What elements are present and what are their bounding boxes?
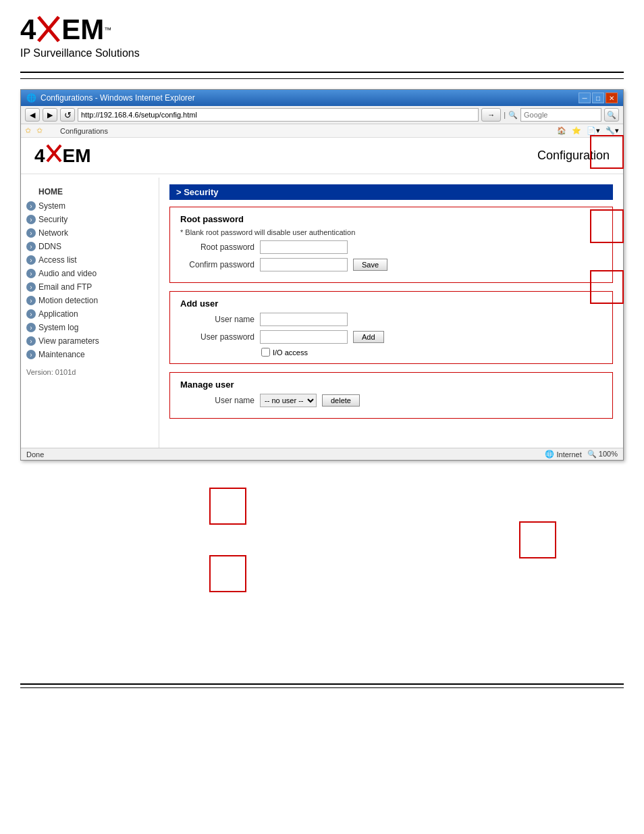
favorites-menu-icon[interactable]: ⭐: [572, 126, 581, 135]
home-icon[interactable]: 🏠: [557, 126, 566, 135]
address-bar: ◀ ▶ ↺ → | 🔍 🔍: [21, 106, 623, 124]
minimize-button[interactable]: ─: [579, 93, 591, 103]
sidebar-item-motion-detection[interactable]: Motion detection: [21, 294, 159, 307]
banner-logo-em: EM: [63, 145, 91, 167]
sidebar-item-network[interactable]: Network: [21, 226, 159, 240]
highlight-box-3: [590, 270, 624, 304]
forward-button[interactable]: ▶: [43, 108, 57, 122]
sidebar-item-access-list[interactable]: Access list: [21, 253, 159, 267]
manage-user-title: Manage user: [180, 380, 602, 390]
logo-number: 4: [20, 16, 36, 44]
sidebar-home[interactable]: HOME: [21, 184, 159, 199]
logo-subtitle: IP Surveillance Solutions: [20, 47, 624, 59]
configurations-tab[interactable]: Configurations: [60, 127, 108, 135]
security-header: > Security: [169, 184, 613, 200]
io-access-row: I/O access: [261, 348, 602, 357]
user-password-input[interactable]: [260, 330, 348, 344]
sidebar-label-network: Network: [38, 228, 68, 238]
ddns-icon: [26, 242, 36, 251]
header-divider-1: [20, 72, 624, 73]
username-label: User name: [180, 315, 254, 324]
logo-em: EM: [61, 14, 104, 46]
banner-logo-x: [45, 143, 63, 168]
root-password-section: Root password * Blank root password will…: [169, 207, 613, 283]
tools-icon[interactable]: 🔧▾: [606, 126, 619, 135]
internet-indicator: 🌐 Internet: [545, 450, 581, 459]
root-password-row: Root password: [180, 240, 602, 254]
search-button[interactable]: 🔍: [604, 108, 619, 122]
outside-content: [0, 467, 644, 670]
system-log-icon: [26, 323, 36, 332]
maximize-button[interactable]: □: [592, 93, 604, 103]
add-button[interactable]: Add: [353, 331, 384, 343]
header-divider-2: [20, 78, 624, 79]
page-menu-icon[interactable]: 📄▾: [587, 126, 600, 135]
outside-red-box-2: [519, 521, 556, 558]
page-layout: HOME System Security Network DDNS: [21, 178, 623, 448]
network-icon: [26, 228, 36, 238]
footer-divider-2: [20, 687, 624, 688]
main-content: > Security Root password * Blank root pa…: [159, 178, 623, 448]
manage-user-select[interactable]: -- no user --: [260, 394, 317, 407]
manage-user-section: Manage user User name -- no user -- dele…: [169, 372, 613, 419]
highlight-box-2: [590, 209, 624, 243]
footer-divider-1: [20, 683, 624, 685]
sidebar-item-system[interactable]: System: [21, 199, 159, 213]
status-right: 🌐 Internet 🔍 100%: [545, 450, 618, 459]
username-input[interactable]: [260, 313, 348, 326]
add-user-section: Add user User name User password Add I/O…: [169, 291, 613, 364]
io-access-checkbox[interactable]: [261, 348, 270, 357]
sidebar-item-maintenance[interactable]: Maintenance: [21, 348, 159, 361]
system-icon: [26, 201, 36, 211]
sidebar-label-system: System: [38, 201, 65, 211]
outside-red-box-3: [209, 555, 246, 592]
sidebar-item-ddns[interactable]: DDNS: [21, 240, 159, 253]
application-icon: [26, 309, 36, 319]
fav-right-icons: 🏠 ⭐ 📄▾ 🔧▾: [557, 126, 619, 135]
sidebar: HOME System Security Network DDNS: [21, 178, 159, 448]
back-button[interactable]: ◀: [25, 108, 40, 122]
search-input[interactable]: [520, 108, 601, 122]
highlight-box-1: [590, 135, 624, 169]
page-header: 4 EM ™ IP Surveillance Solutions: [0, 0, 644, 66]
refresh-button[interactable]: ↺: [60, 108, 75, 122]
delete-button[interactable]: delete: [322, 394, 360, 407]
confirm-password-row: Confirm password Save: [180, 258, 602, 271]
manage-user-row: User name -- no user -- delete: [180, 394, 602, 407]
root-password-input[interactable]: [260, 240, 348, 254]
logo-x-icon: [36, 14, 61, 44]
save-button[interactable]: Save: [353, 259, 387, 271]
close-button[interactable]: ✕: [606, 93, 618, 103]
io-access-label: I/O access: [273, 348, 308, 357]
sidebar-item-system-log[interactable]: System log: [21, 321, 159, 334]
banner-logo-4: 4: [34, 145, 45, 167]
favorites-star-icon: ✩: [25, 126, 31, 135]
logo-area: 4 EM ™ IP Surveillance Solutions: [20, 14, 624, 59]
sidebar-item-view-parameters[interactable]: View parameters: [21, 334, 159, 348]
banner-x-icon: [45, 143, 63, 163]
confirm-password-input[interactable]: [260, 258, 348, 271]
maintenance-icon: [26, 350, 36, 359]
username-row: User name: [180, 313, 602, 326]
sidebar-item-application[interactable]: Application: [21, 307, 159, 321]
sidebar-label-email-ftp: Email and FTP: [38, 282, 92, 292]
zoom-level: 🔍 100%: [587, 450, 618, 459]
sidebar-label-access-list: Access list: [38, 255, 77, 265]
go-button[interactable]: →: [481, 108, 501, 122]
banner-logo: 4 EM: [34, 143, 91, 168]
sidebar-label-security: Security: [38, 215, 68, 224]
add-favorites-icon: ✩: [36, 126, 43, 135]
search-label: 🔍: [508, 111, 518, 120]
browser-window: 🌐 Configurations - Windows Internet Expl…: [20, 89, 624, 461]
sidebar-label-application: Application: [38, 309, 78, 319]
sidebar-label-maintenance: Maintenance: [38, 350, 85, 359]
sidebar-item-audio-video[interactable]: Audio and video: [21, 267, 159, 280]
favorites-bar: ✩ ✩ Configurations 🏠 ⭐ 📄▾ 🔧▾: [21, 124, 623, 138]
user-password-label: User password: [180, 332, 254, 342]
security-icon: [26, 215, 36, 224]
sidebar-item-email-ftp[interactable]: Email and FTP: [21, 280, 159, 294]
address-input[interactable]: [78, 108, 479, 122]
sidebar-item-security[interactable]: Security: [21, 213, 159, 226]
email-ftp-icon: [26, 282, 36, 292]
title-bar-buttons[interactable]: ─ □ ✕: [579, 93, 618, 103]
